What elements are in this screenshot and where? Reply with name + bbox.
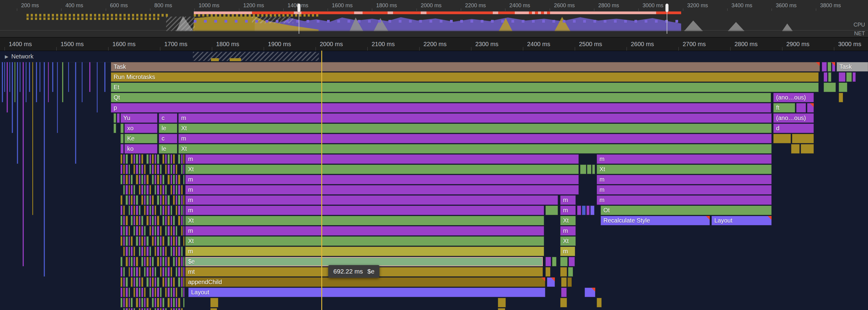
- flame-bar[interactable]: [170, 154, 172, 164]
- flame-bar[interactable]: [147, 257, 149, 266]
- flame-bar[interactable]: [150, 267, 151, 277]
- timeline-ruler[interactable]: 1400 ms1500 ms1600 ms1700 ms1800 ms1900 …: [0, 37, 868, 51]
- flame-bar[interactable]: [155, 154, 156, 164]
- flame-bar[interactable]: [183, 175, 184, 184]
- flame-bar[interactable]: [152, 298, 154, 307]
- flame-bar[interactable]: [846, 73, 852, 82]
- flame-bar[interactable]: [157, 154, 159, 164]
- flame-bar[interactable]: [183, 154, 184, 164]
- flame-bar[interactable]: [157, 236, 159, 246]
- flame-bar[interactable]: [178, 257, 180, 266]
- flame-bar[interactable]: Task: [837, 62, 868, 72]
- flame-bar[interactable]: [552, 257, 556, 266]
- flame-bar[interactable]: [136, 277, 138, 287]
- flame-bar[interactable]: [123, 175, 125, 184]
- flame-bar[interactable]: [152, 236, 154, 246]
- flame-bar[interactable]: m: [560, 195, 576, 205]
- flame-bar[interactable]: le: [159, 144, 177, 153]
- flame-bar[interactable]: [126, 185, 128, 195]
- flame-bar[interactable]: le: [159, 124, 177, 133]
- flame-bar[interactable]: [165, 195, 167, 205]
- flame-bar[interactable]: [126, 165, 128, 174]
- flame-bar[interactable]: [176, 236, 177, 246]
- flame-bar[interactable]: [165, 277, 167, 287]
- flame-bar[interactable]: [144, 288, 146, 297]
- flame-bar[interactable]: [147, 206, 149, 215]
- flame-bar[interactable]: [139, 267, 141, 277]
- flame-bar[interactable]: [141, 298, 143, 307]
- flame-bar[interactable]: [144, 226, 146, 235]
- flame-strip[interactable]: [26, 62, 27, 102]
- flame-bar[interactable]: [167, 298, 170, 307]
- flame-bar[interactable]: Xt: [185, 216, 544, 225]
- flame-bar[interactable]: [157, 308, 159, 310]
- flame-strip[interactable]: [36, 62, 37, 102]
- flame-bar[interactable]: [170, 288, 172, 297]
- flame-bar[interactable]: [796, 103, 806, 112]
- flame-bar[interactable]: [121, 267, 122, 277]
- flame-bar[interactable]: [133, 277, 135, 287]
- flame-bar[interactable]: [160, 195, 161, 205]
- flame-bar[interactable]: [181, 247, 183, 256]
- flame-bar[interactable]: [165, 165, 167, 174]
- flame-bar[interactable]: [160, 185, 161, 195]
- flame-bar[interactable]: [170, 236, 172, 246]
- flame-bar[interactable]: [183, 195, 184, 205]
- flame-bar[interactable]: [170, 185, 172, 195]
- flame-bar[interactable]: [129, 236, 130, 246]
- flame-bar[interactable]: [181, 185, 183, 195]
- flame-bar[interactable]: [597, 298, 601, 307]
- flame-bar[interactable]: [133, 247, 135, 256]
- flame-bar[interactable]: [129, 267, 130, 277]
- flame-bar[interactable]: [150, 226, 151, 235]
- flame-bar[interactable]: [181, 308, 183, 310]
- flame-bar[interactable]: [157, 226, 159, 235]
- flame-bar[interactable]: (ano…ous): [773, 93, 814, 102]
- flame-bar[interactable]: [167, 277, 170, 287]
- flame-bar[interactable]: m: [185, 226, 544, 235]
- flame-strip[interactable]: [7, 62, 8, 112]
- flame-bar[interactable]: [839, 83, 847, 92]
- flame-bar[interactable]: [183, 216, 184, 225]
- flame-bar[interactable]: [141, 216, 143, 225]
- flame-strip[interactable]: [57, 62, 58, 133]
- flame-bar[interactable]: [824, 73, 827, 82]
- flame-bar[interactable]: [852, 73, 856, 82]
- flame-bar[interactable]: [176, 226, 177, 235]
- flame-bar[interactable]: [155, 226, 156, 235]
- flame-bar[interactable]: [147, 308, 149, 310]
- flame-bar[interactable]: [131, 247, 133, 256]
- flame-bar[interactable]: [155, 247, 156, 256]
- playhead-marker[interactable]: [321, 51, 322, 310]
- timeline-overview[interactable]: 200 ms400 ms600 ms800 ms1000 ms1200 ms14…: [0, 0, 868, 37]
- flame-bar[interactable]: [183, 267, 184, 277]
- flame-bar[interactable]: [150, 277, 151, 287]
- flame-bar[interactable]: [133, 308, 135, 310]
- flame-bar[interactable]: m: [185, 185, 579, 195]
- flame-bar[interactable]: appendChild: [185, 277, 545, 287]
- flame-bar[interactable]: [141, 236, 143, 246]
- flame-bar[interactable]: [121, 195, 122, 205]
- flame-bar[interactable]: [181, 154, 183, 164]
- flame-bar[interactable]: [178, 154, 180, 164]
- flame-bar[interactable]: [162, 175, 164, 184]
- flame-bar[interactable]: [136, 195, 138, 205]
- flame-bar[interactable]: [155, 267, 156, 277]
- flame-bar[interactable]: [152, 216, 154, 225]
- flame-bar[interactable]: [133, 195, 135, 205]
- flame-bar[interactable]: [160, 175, 161, 184]
- flame-bar[interactable]: [160, 165, 161, 174]
- flame-bar[interactable]: Layout: [712, 216, 772, 225]
- flame-bar[interactable]: [162, 206, 164, 215]
- flame-bar[interactable]: [150, 257, 151, 266]
- flame-bar[interactable]: [129, 247, 130, 256]
- flame-bar[interactable]: [144, 175, 146, 184]
- flame-bar[interactable]: [147, 247, 149, 256]
- flame-bar[interactable]: ft: [773, 103, 795, 112]
- flame-bar[interactable]: [170, 308, 172, 310]
- flame-bar[interactable]: [129, 165, 130, 174]
- flame-bar[interactable]: [129, 298, 130, 307]
- flame-bar[interactable]: [121, 154, 122, 164]
- flame-bar[interactable]: [592, 165, 595, 174]
- flame-bar[interactable]: Recalculate Style: [601, 216, 710, 225]
